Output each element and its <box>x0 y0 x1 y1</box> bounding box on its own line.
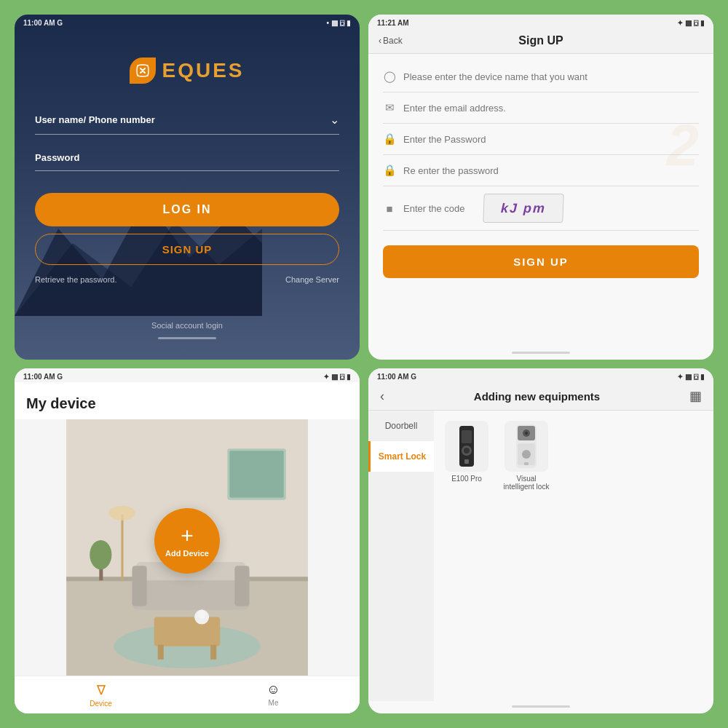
home-indicator-addequip <box>512 705 570 708</box>
wifi-icon: ⌼ <box>340 19 344 27</box>
device-img-e100 <box>445 421 488 472</box>
email-icon: ✉ <box>383 101 396 114</box>
device-name-input[interactable] <box>403 71 699 82</box>
svg-point-14 <box>108 506 135 521</box>
email-field[interactable]: ✉ <box>383 92 699 124</box>
change-server-link[interactable]: Change Server <box>285 275 339 284</box>
category-smartlock[interactable]: Smart Lock <box>368 441 434 472</box>
svg-point-29 <box>525 432 528 435</box>
smartlock-label: Smart Lock <box>379 451 426 462</box>
camera-icon: ▩ <box>331 19 338 27</box>
panel-login: 11:00 AM G • ▩ ⌼ ▮ EQUES User name/ Phon… <box>15 15 360 360</box>
cam-icon: ▩ <box>685 19 692 27</box>
signup-form: 2 ◯ ✉ 🔒 🔒 ■ kJ pm SIGN UP <box>368 54 713 347</box>
password-field[interactable]: Password <box>35 145 339 171</box>
email-input[interactable] <box>403 103 699 114</box>
status-icons-mydevice: ✦ ▩ ⌼ ▮ <box>323 373 351 381</box>
device-name-visual: Visual intelligent lock <box>501 475 552 491</box>
nav-me[interactable]: ☺ Me <box>187 682 360 708</box>
category-doorbell[interactable]: Doorbell <box>368 411 434 441</box>
social-account-login[interactable]: Social account login <box>35 321 339 330</box>
device-card-e100[interactable]: E100 Pro <box>441 421 492 491</box>
svg-rect-25 <box>464 459 469 464</box>
device-name-field[interactable]: ◯ <box>383 61 699 92</box>
repassword-field[interactable]: 🔒 <box>383 155 699 186</box>
status-icons-signup: ✦ ▩ ⌼ ▮ <box>677 19 705 27</box>
relock-icon: 🔒 <box>383 164 396 177</box>
username-field[interactable]: User name/ Phone number ⌄ <box>35 106 339 135</box>
eques-logo-icon <box>130 58 156 84</box>
home-indicator <box>158 337 216 339</box>
wifi-icon3: ⌼ <box>340 373 344 381</box>
retrieve-password-link[interactable]: Retrieve the password. <box>35 275 117 284</box>
cam-icon3: ▩ <box>331 373 338 381</box>
password-signup-field[interactable]: 🔒 <box>383 124 699 155</box>
scan-icon[interactable]: ▦ <box>689 388 702 404</box>
eques-logo: EQUES <box>35 58 339 84</box>
svg-rect-32 <box>524 462 529 465</box>
captcha-input[interactable] <box>403 203 476 214</box>
nav-device[interactable]: ∇ Device <box>15 682 187 708</box>
add-device-plus-icon: + <box>181 525 194 547</box>
doorbell-label: Doorbell <box>385 421 418 431</box>
bt-icon4: ✦ <box>677 373 683 381</box>
bat-icon4: ▮ <box>700 373 705 381</box>
panel-addequip: 11:00 AM G ✦ ▩ ⌼ ▮ ‹ Adding new equipmen… <box>368 368 713 713</box>
svg-point-18 <box>90 540 111 569</box>
svg-rect-9 <box>234 566 249 606</box>
signup-main-button[interactable]: SIGN UP <box>383 245 699 278</box>
nav-me-label: Me <box>269 699 279 707</box>
login-links: Retrieve the password. Change Server <box>35 275 339 284</box>
addequip-back-button[interactable]: ‹ <box>380 389 384 404</box>
captcha-image[interactable]: kJ pm <box>483 194 563 223</box>
wifi-icon4: ⌼ <box>694 373 698 381</box>
e100-pro-image <box>452 424 481 468</box>
svg-rect-16 <box>229 451 283 497</box>
status-bar-mydevice: 11:00 AM G ✦ ▩ ⌼ ▮ <box>15 368 360 382</box>
device-nav-icon: ∇ <box>97 682 106 698</box>
user-icon: ◯ <box>383 70 396 83</box>
status-icons-addequip: ✦ ▩ ⌼ ▮ <box>677 373 705 381</box>
status-time-mydevice: 11:00 AM G <box>23 373 63 381</box>
repassword-input[interactable] <box>403 165 699 176</box>
category-sidebar: Doorbell Smart Lock <box>368 411 434 701</box>
back-label: Back <box>383 36 403 46</box>
visual-lock-image <box>510 423 542 470</box>
mydevice-header: My device <box>15 382 360 419</box>
addequip-title: Adding new equipments <box>474 390 600 403</box>
dropdown-arrow-icon[interactable]: ⌄ <box>330 113 339 127</box>
addequip-content: Doorbell Smart Lock E100 Pro <box>368 411 713 701</box>
status-bar-signup: 11:21 AM ✦ ▩ ⌼ ▮ <box>368 15 713 28</box>
svg-rect-20 <box>198 609 205 618</box>
status-time-addequip: 11:00 AM G <box>377 373 416 381</box>
status-icons-login: • ▩ ⌼ ▮ <box>326 19 351 27</box>
back-button[interactable]: ‹ Back <box>379 36 403 46</box>
bottom-nav: ∇ Device ☺ Me <box>15 676 360 713</box>
signup-title: Sign UP <box>518 34 563 47</box>
status-time-login: 11:00 AM G <box>23 19 63 27</box>
device-grid: E100 Pro Visual intelligent lock <box>434 411 713 701</box>
password-input[interactable] <box>403 134 699 145</box>
bat-icon2: ▮ <box>700 19 705 27</box>
svg-rect-11 <box>158 645 164 660</box>
add-device-button[interactable]: + Add Device <box>154 508 220 574</box>
status-time-signup: 11:21 AM <box>377 19 409 27</box>
bt-icon3: ✦ <box>323 373 329 381</box>
svg-point-31 <box>522 450 531 459</box>
svg-rect-10 <box>154 617 221 646</box>
signup-button[interactable]: SIGN UP <box>35 234 339 265</box>
wifi-icon2: ⌼ <box>694 19 698 27</box>
signup-header: ‹ Back Sign UP <box>368 28 713 54</box>
login-content: EQUES User name/ Phone number ⌄ Password… <box>15 28 360 360</box>
login-button[interactable]: LOG IN <box>35 193 339 226</box>
device-card-visual[interactable]: Visual intelligent lock <box>501 421 552 491</box>
svg-point-24 <box>464 448 470 454</box>
svg-rect-13 <box>121 515 123 581</box>
device-name-e100: E100 Pro <box>451 475 482 483</box>
addequip-header: ‹ Adding new equipments ▦ <box>368 382 713 411</box>
mydevice-content: + Add Device <box>15 419 360 676</box>
home-indicator-signup <box>512 352 570 354</box>
captcha-row: ■ kJ pm <box>383 186 699 231</box>
me-nav-icon: ☺ <box>266 682 280 697</box>
bluetooth-icon: • <box>326 19 329 27</box>
